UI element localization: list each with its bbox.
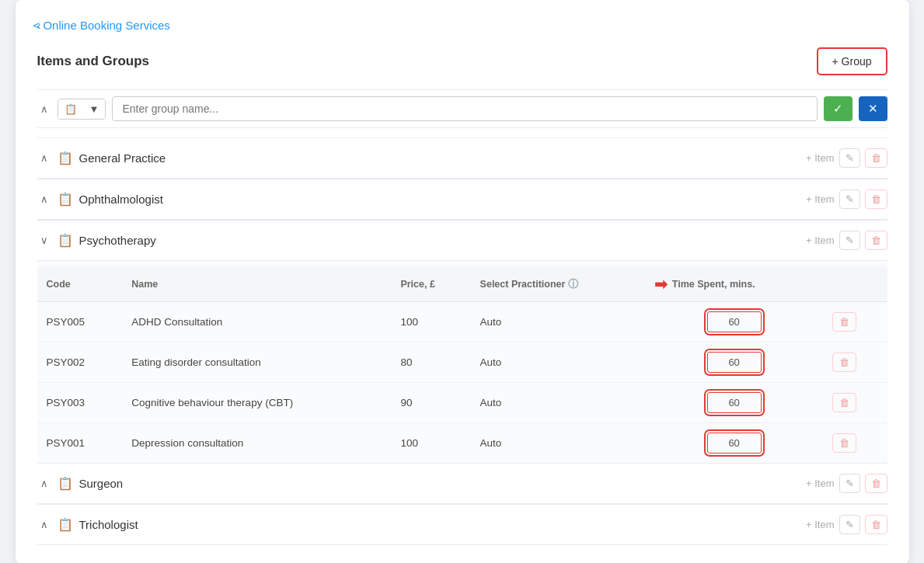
group-header-psychotherapy[interactable]: ∨ 📋 Psychotherapy + Item ✎ 🗑 [37,221,887,261]
group-ophthalmologist: ∧ 📋 Ophthalmologist + Item ✎ 🗑 [37,179,887,220]
cell-price: 100 [391,423,470,464]
add-item-trichologist-btn[interactable]: + Item [806,519,835,530]
cell-delete: 🗑 [823,302,887,342]
cell-price: 100 [391,302,470,342]
time-input-psy001[interactable]: 60 [707,433,762,454]
delete-ophthalmologist-btn[interactable]: 🗑 [865,189,887,209]
cancel-group-btn[interactable]: ✕ [859,96,887,121]
add-item-ophthalmologist-btn[interactable]: + Item [806,193,835,205]
collapse-psychotherapy-btn[interactable]: ∨ [37,233,51,248]
edit-surgeon-btn[interactable]: ✎ [839,474,860,493]
delete-psychotherapy-btn[interactable]: 🗑 [865,231,887,250]
table-row: PSY001 Depression consultation 100 Auto … [37,423,887,464]
edit-psychotherapy-btn[interactable]: ✎ [839,231,860,250]
group-header-trichologist[interactable]: ∧ 📋 Trichologist + Item ✎ 🗑 [37,505,887,545]
cell-price: 90 [391,383,470,423]
group-header-ophthalmologist[interactable]: ∧ 📋 Ophthalmologist + Item ✎ 🗑 [37,179,887,220]
group-surgeon: ∧ 📋 Surgeon + Item ✎ 🗑 [37,463,887,504]
group-actions-psychotherapy: + Item ✎ 🗑 [806,231,887,250]
group-icon-dropdown-btn[interactable]: ▼ [83,99,106,119]
add-item-psychotherapy-btn[interactable]: + Item [806,235,835,246]
table-row: PSY003 Cognitive behaviour therapy (CBT)… [37,383,887,423]
time-input-psy005[interactable]: 60 [707,311,762,332]
cell-name: Cognitive behaviour therapy (CBT) [122,383,391,423]
delete-row-psy005-btn[interactable]: 🗑 [832,312,856,332]
psychotherapy-table: Code Name Price, £ Select Practitioner ⓘ… [37,267,887,463]
table-header-row: Code Name Price, £ Select Practitioner ⓘ… [37,267,887,302]
add-group-button[interactable]: + Group [817,47,887,75]
page-container: ‹ < Online Booking Services Items and Gr… [16,0,909,563]
edit-trichologist-btn[interactable]: ✎ [839,515,860,534]
collapse-new-group-btn[interactable]: ∧ [37,102,51,116]
group-actions-ophthalmologist: + Item ✎ 🗑 [806,189,887,209]
col-name: Name [122,267,391,302]
group-icon-ophthalmologist: 📋 [58,192,73,207]
group-name-input[interactable] [112,96,817,121]
col-time: ➡ Time Spent, mins. [645,267,824,302]
col-code: Code [37,267,123,302]
group-name-trichologist: Trichologist [79,518,800,531]
cell-code: PSY003 [37,383,123,423]
group-icon-btn[interactable]: 📋 [58,99,83,119]
cell-name: ADHD Consultation [122,302,391,342]
delete-surgeon-btn[interactable]: 🗑 [865,474,887,493]
cell-delete: 🗑 [823,423,887,464]
group-name-psychotherapy: Psychotherapy [79,234,800,247]
back-label: < Online Booking Services [33,19,170,32]
delete-general-practice-btn[interactable]: 🗑 [865,148,887,168]
col-actions [823,267,887,302]
group-name-ophthalmologist: Ophthalmologist [79,193,800,206]
group-actions-general-practice: + Item ✎ 🗑 [806,148,887,168]
cell-code: PSY005 [37,302,123,342]
group-header-surgeon[interactable]: ∧ 📋 Surgeon + Item ✎ 🗑 [37,464,887,504]
delete-row-psy001-btn[interactable]: 🗑 [832,433,856,453]
cell-time: 60 [645,302,824,342]
group-icon-surgeon: 📋 [58,476,73,491]
edit-ophthalmologist-btn[interactable]: ✎ [839,189,860,209]
collapse-ophthalmologist-btn[interactable]: ∧ [37,192,51,207]
delete-trichologist-btn[interactable]: 🗑 [865,515,887,534]
cell-time: 60 [645,423,824,464]
back-link[interactable]: ‹ < Online Booking Services [37,19,887,32]
header-row: Items and Groups + Group [37,47,887,75]
group-actions-surgeon: + Item ✎ 🗑 [806,474,887,493]
delete-row-psy002-btn[interactable]: 🗑 [832,353,856,372]
collapse-trichologist-btn[interactable]: ∧ [37,517,51,532]
cell-time: 60 [645,383,824,423]
delete-row-psy003-btn[interactable]: 🗑 [832,393,856,412]
group-header-general-practice[interactable]: ∧ 📋 General Practice + Item ✎ 🗑 [37,138,887,179]
cell-practitioner: Auto [471,302,645,342]
add-item-surgeon-btn[interactable]: + Item [806,478,835,489]
cell-practitioner: Auto [471,342,645,383]
cell-price: 80 [391,342,470,383]
group-icon-selector: 📋 ▼ [58,99,106,120]
group-actions-trichologist: + Item ✎ 🗑 [806,515,887,534]
table-row: PSY005 ADHD Consultation 100 Auto 60 🗑 [37,302,887,342]
cell-code: PSY002 [37,342,123,383]
group-icon-psychotherapy: 📋 [58,233,73,248]
collapse-surgeon-btn[interactable]: ∧ [37,476,51,491]
cell-code: PSY001 [37,423,123,464]
group-name-surgeon: Surgeon [79,477,800,490]
confirm-group-btn[interactable]: ✓ [824,96,853,121]
cell-name: Eating disorder consultation [122,342,391,383]
collapse-general-practice-btn[interactable]: ∧ [37,151,51,165]
group-general-practice: ∧ 📋 General Practice + Item ✎ 🗑 [37,137,887,179]
group-name-general-practice: General Practice [79,151,800,165]
time-input-psy002[interactable]: 60 [707,352,762,373]
col-practitioner: Select Practitioner ⓘ [471,267,645,302]
group-icon-trichologist: 📋 [58,517,73,532]
groups-list: ∧ 📋 General Practice + Item ✎ 🗑 ∧ 📋 Opht… [37,137,887,545]
page-title: Items and Groups [37,54,150,69]
practitioner-help-icon[interactable]: ⓘ [568,278,578,290]
time-input-psy003[interactable]: 60 [707,392,762,413]
cell-name: Depression consultation [122,423,391,464]
group-psychotherapy: ∨ 📋 Psychotherapy + Item ✎ 🗑 Code Name [37,220,887,463]
cell-delete: 🗑 [823,342,887,383]
edit-general-practice-btn[interactable]: ✎ [839,148,860,168]
add-item-general-practice-btn[interactable]: + Item [806,152,835,164]
psychotherapy-table-body: PSY005 ADHD Consultation 100 Auto 60 🗑 [37,302,887,464]
cell-time: 60 [645,342,824,383]
group-trichologist: ∧ 📋 Trichologist + Item ✎ 🗑 [37,504,887,545]
cell-delete: 🗑 [823,383,887,423]
